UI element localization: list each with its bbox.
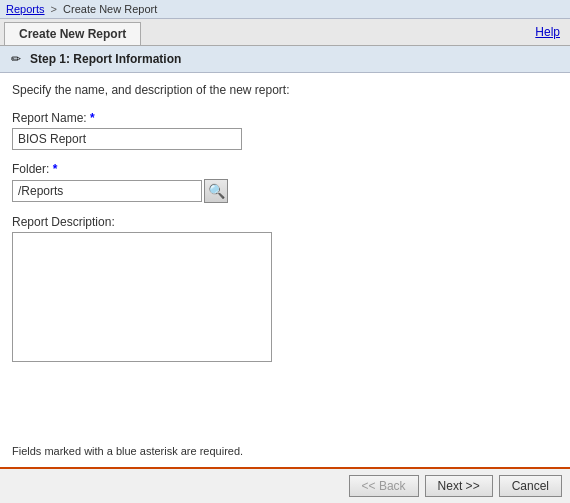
back-button[interactable]: << Back — [349, 475, 419, 497]
breadcrumb-reports-link[interactable]: Reports — [6, 3, 45, 15]
required-note: Fields marked with a blue asterisk are r… — [12, 437, 558, 457]
report-name-input[interactable] — [12, 128, 242, 150]
report-name-group: Report Name: * — [12, 111, 558, 150]
cancel-button[interactable]: Cancel — [499, 475, 562, 497]
folder-input[interactable] — [12, 180, 202, 202]
form-description: Specify the name, and description of the… — [12, 83, 558, 97]
browse-icon: 🔍 — [208, 183, 225, 199]
tab-header: Create New Report Help — [0, 19, 570, 46]
breadcrumb-separator: > — [51, 3, 57, 15]
folder-row: 🔍 — [12, 179, 558, 203]
tab-title[interactable]: Create New Report — [4, 22, 141, 45]
main-content: Specify the name, and description of the… — [0, 73, 570, 467]
breadcrumb-current: Create New Report — [63, 3, 157, 15]
report-desc-textarea[interactable] — [12, 232, 272, 362]
step-icon: ✏ — [8, 51, 24, 67]
help-link[interactable]: Help — [525, 21, 570, 43]
breadcrumb: Reports > Create New Report — [0, 0, 570, 19]
report-desc-group: Report Description: — [12, 215, 558, 365]
folder-group: Folder: * 🔍 — [12, 162, 558, 203]
step-header: ✏ Step 1: Report Information — [0, 46, 570, 73]
folder-label: Folder: * — [12, 162, 558, 176]
step-title: Step 1: Report Information — [30, 52, 181, 66]
bottom-navigation: << Back Next >> Cancel — [0, 467, 570, 503]
next-button[interactable]: Next >> — [425, 475, 493, 497]
report-name-label: Report Name: * — [12, 111, 558, 125]
browse-button[interactable]: 🔍 — [204, 179, 228, 203]
report-desc-label: Report Description: — [12, 215, 558, 229]
